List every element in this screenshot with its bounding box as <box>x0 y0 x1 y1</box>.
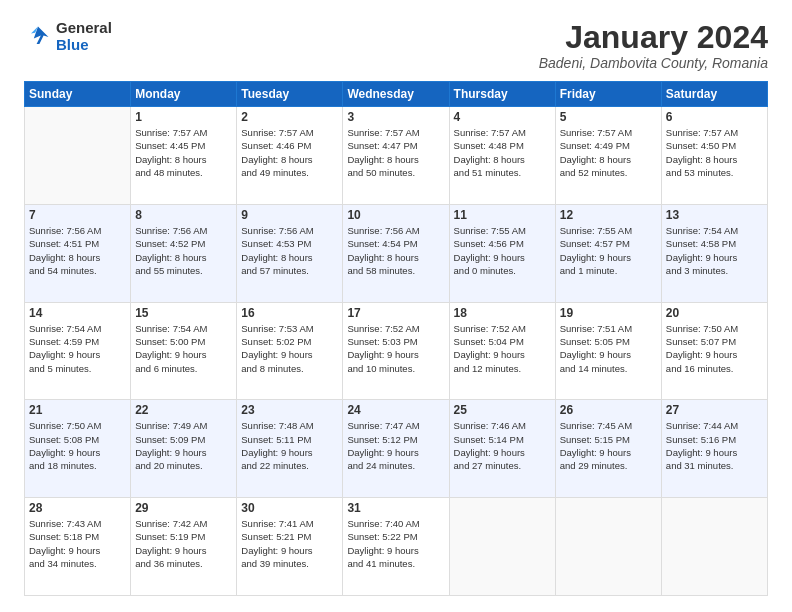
calendar-week-0: 1Sunrise: 7:57 AMSunset: 4:45 PMDaylight… <box>25 107 768 205</box>
calendar-cell-2-5: 19Sunrise: 7:51 AMSunset: 5:05 PMDayligh… <box>555 302 661 400</box>
day-info: Sunrise: 7:52 AMSunset: 5:04 PMDaylight:… <box>454 322 551 375</box>
day-info: Sunrise: 7:41 AMSunset: 5:21 PMDaylight:… <box>241 517 338 570</box>
day-info: Sunrise: 7:40 AMSunset: 5:22 PMDaylight:… <box>347 517 444 570</box>
location: Badeni, Dambovita County, Romania <box>539 55 768 71</box>
header: General Blue January 2024 Badeni, Dambov… <box>24 20 768 71</box>
calendar-cell-2-2: 16Sunrise: 7:53 AMSunset: 5:02 PMDayligh… <box>237 302 343 400</box>
calendar-cell-0-4: 4Sunrise: 7:57 AMSunset: 4:48 PMDaylight… <box>449 107 555 205</box>
day-info: Sunrise: 7:55 AMSunset: 4:56 PMDaylight:… <box>454 224 551 277</box>
day-info: Sunrise: 7:52 AMSunset: 5:03 PMDaylight:… <box>347 322 444 375</box>
day-info: Sunrise: 7:56 AMSunset: 4:52 PMDaylight:… <box>135 224 232 277</box>
day-number: 13 <box>666 208 763 222</box>
logo: General Blue <box>24 20 112 53</box>
calendar-cell-4-2: 30Sunrise: 7:41 AMSunset: 5:21 PMDayligh… <box>237 498 343 596</box>
day-number: 6 <box>666 110 763 124</box>
logo-icon <box>24 23 52 51</box>
calendar-cell-2-6: 20Sunrise: 7:50 AMSunset: 5:07 PMDayligh… <box>661 302 767 400</box>
calendar-cell-2-1: 15Sunrise: 7:54 AMSunset: 5:00 PMDayligh… <box>131 302 237 400</box>
day-number: 9 <box>241 208 338 222</box>
day-number: 28 <box>29 501 126 515</box>
day-info: Sunrise: 7:51 AMSunset: 5:05 PMDaylight:… <box>560 322 657 375</box>
day-number: 25 <box>454 403 551 417</box>
day-number: 24 <box>347 403 444 417</box>
logo-blue: Blue <box>56 37 112 54</box>
day-number: 21 <box>29 403 126 417</box>
calendar-cell-3-2: 23Sunrise: 7:48 AMSunset: 5:11 PMDayligh… <box>237 400 343 498</box>
calendar-cell-2-3: 17Sunrise: 7:52 AMSunset: 5:03 PMDayligh… <box>343 302 449 400</box>
day-number: 11 <box>454 208 551 222</box>
day-info: Sunrise: 7:47 AMSunset: 5:12 PMDaylight:… <box>347 419 444 472</box>
day-number: 19 <box>560 306 657 320</box>
day-info: Sunrise: 7:50 AMSunset: 5:08 PMDaylight:… <box>29 419 126 472</box>
day-number: 31 <box>347 501 444 515</box>
calendar-cell-3-5: 26Sunrise: 7:45 AMSunset: 5:15 PMDayligh… <box>555 400 661 498</box>
col-monday: Monday <box>131 82 237 107</box>
day-number: 3 <box>347 110 444 124</box>
day-number: 1 <box>135 110 232 124</box>
day-number: 20 <box>666 306 763 320</box>
day-info: Sunrise: 7:56 AMSunset: 4:51 PMDaylight:… <box>29 224 126 277</box>
calendar-week-2: 14Sunrise: 7:54 AMSunset: 4:59 PMDayligh… <box>25 302 768 400</box>
day-number: 2 <box>241 110 338 124</box>
day-number: 10 <box>347 208 444 222</box>
day-info: Sunrise: 7:57 AMSunset: 4:46 PMDaylight:… <box>241 126 338 179</box>
day-info: Sunrise: 7:57 AMSunset: 4:49 PMDaylight:… <box>560 126 657 179</box>
day-info: Sunrise: 7:56 AMSunset: 4:53 PMDaylight:… <box>241 224 338 277</box>
day-number: 23 <box>241 403 338 417</box>
logo-text: General Blue <box>56 20 112 53</box>
calendar-cell-2-4: 18Sunrise: 7:52 AMSunset: 5:04 PMDayligh… <box>449 302 555 400</box>
day-number: 16 <box>241 306 338 320</box>
calendar-cell-0-6: 6Sunrise: 7:57 AMSunset: 4:50 PMDaylight… <box>661 107 767 205</box>
calendar-cell-3-1: 22Sunrise: 7:49 AMSunset: 5:09 PMDayligh… <box>131 400 237 498</box>
day-info: Sunrise: 7:50 AMSunset: 5:07 PMDaylight:… <box>666 322 763 375</box>
day-info: Sunrise: 7:55 AMSunset: 4:57 PMDaylight:… <box>560 224 657 277</box>
calendar-cell-0-1: 1Sunrise: 7:57 AMSunset: 4:45 PMDaylight… <box>131 107 237 205</box>
calendar-table: Sunday Monday Tuesday Wednesday Thursday… <box>24 81 768 596</box>
calendar-cell-1-3: 10Sunrise: 7:56 AMSunset: 4:54 PMDayligh… <box>343 204 449 302</box>
calendar-cell-3-3: 24Sunrise: 7:47 AMSunset: 5:12 PMDayligh… <box>343 400 449 498</box>
calendar-cell-4-6 <box>661 498 767 596</box>
calendar-cell-0-5: 5Sunrise: 7:57 AMSunset: 4:49 PMDaylight… <box>555 107 661 205</box>
calendar-cell-1-4: 11Sunrise: 7:55 AMSunset: 4:56 PMDayligh… <box>449 204 555 302</box>
calendar-cell-3-6: 27Sunrise: 7:44 AMSunset: 5:16 PMDayligh… <box>661 400 767 498</box>
logo-general: General <box>56 20 112 37</box>
day-number: 14 <box>29 306 126 320</box>
calendar-cell-1-6: 13Sunrise: 7:54 AMSunset: 4:58 PMDayligh… <box>661 204 767 302</box>
calendar-cell-4-4 <box>449 498 555 596</box>
day-info: Sunrise: 7:45 AMSunset: 5:15 PMDaylight:… <box>560 419 657 472</box>
calendar-cell-4-1: 29Sunrise: 7:42 AMSunset: 5:19 PMDayligh… <box>131 498 237 596</box>
calendar-week-4: 28Sunrise: 7:43 AMSunset: 5:18 PMDayligh… <box>25 498 768 596</box>
calendar-cell-4-0: 28Sunrise: 7:43 AMSunset: 5:18 PMDayligh… <box>25 498 131 596</box>
day-number: 12 <box>560 208 657 222</box>
day-number: 17 <box>347 306 444 320</box>
day-number: 29 <box>135 501 232 515</box>
day-number: 22 <box>135 403 232 417</box>
day-number: 4 <box>454 110 551 124</box>
col-saturday: Saturday <box>661 82 767 107</box>
day-number: 5 <box>560 110 657 124</box>
day-info: Sunrise: 7:54 AMSunset: 4:59 PMDaylight:… <box>29 322 126 375</box>
calendar-header-row: Sunday Monday Tuesday Wednesday Thursday… <box>25 82 768 107</box>
calendar-cell-3-0: 21Sunrise: 7:50 AMSunset: 5:08 PMDayligh… <box>25 400 131 498</box>
day-info: Sunrise: 7:53 AMSunset: 5:02 PMDaylight:… <box>241 322 338 375</box>
day-number: 26 <box>560 403 657 417</box>
calendar-cell-4-5 <box>555 498 661 596</box>
day-number: 27 <box>666 403 763 417</box>
day-info: Sunrise: 7:57 AMSunset: 4:48 PMDaylight:… <box>454 126 551 179</box>
calendar-cell-1-5: 12Sunrise: 7:55 AMSunset: 4:57 PMDayligh… <box>555 204 661 302</box>
day-info: Sunrise: 7:54 AMSunset: 5:00 PMDaylight:… <box>135 322 232 375</box>
day-number: 30 <box>241 501 338 515</box>
day-info: Sunrise: 7:57 AMSunset: 4:47 PMDaylight:… <box>347 126 444 179</box>
col-wednesday: Wednesday <box>343 82 449 107</box>
day-info: Sunrise: 7:56 AMSunset: 4:54 PMDaylight:… <box>347 224 444 277</box>
day-info: Sunrise: 7:57 AMSunset: 4:45 PMDaylight:… <box>135 126 232 179</box>
title-block: January 2024 Badeni, Dambovita County, R… <box>539 20 768 71</box>
col-thursday: Thursday <box>449 82 555 107</box>
day-number: 18 <box>454 306 551 320</box>
day-info: Sunrise: 7:49 AMSunset: 5:09 PMDaylight:… <box>135 419 232 472</box>
calendar-week-3: 21Sunrise: 7:50 AMSunset: 5:08 PMDayligh… <box>25 400 768 498</box>
col-friday: Friday <box>555 82 661 107</box>
calendar-cell-0-2: 2Sunrise: 7:57 AMSunset: 4:46 PMDaylight… <box>237 107 343 205</box>
calendar-cell-1-0: 7Sunrise: 7:56 AMSunset: 4:51 PMDaylight… <box>25 204 131 302</box>
day-info: Sunrise: 7:42 AMSunset: 5:19 PMDaylight:… <box>135 517 232 570</box>
